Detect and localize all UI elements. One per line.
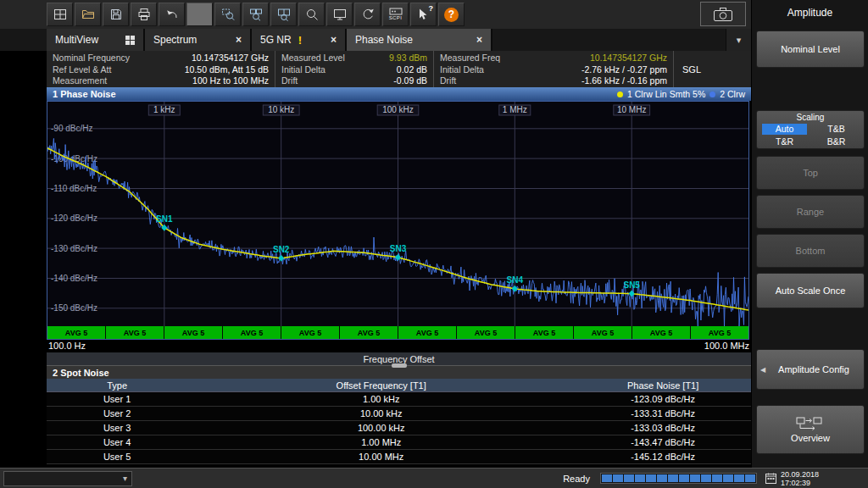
- svg-text:SN5: SN5: [623, 280, 640, 290]
- progress-segment: [635, 474, 645, 482]
- progress-segment: [723, 474, 733, 482]
- scaling-option-auto[interactable]: Auto: [762, 124, 807, 135]
- phase-noise-diagram[interactable]: -90 dBc/Hz-100 dBc/Hz-110 dBc/Hz-120 dBc…: [47, 101, 749, 340]
- info-label: Measured Freq: [440, 53, 500, 63]
- svg-text:SN4: SN4: [507, 275, 524, 285]
- progress-segment: [701, 474, 711, 482]
- print-button[interactable]: [131, 3, 157, 26]
- table-row[interactable]: User 41.00 MHz-143.47 dBc/Hz: [47, 435, 751, 450]
- context-help-button[interactable]: ?: [410, 3, 437, 26]
- trace1-legend-label: 1 Clrw Lin Smth 5%: [627, 89, 705, 99]
- scpi-label: SCPI: [389, 15, 403, 21]
- combo-caret-icon: ▾: [123, 474, 127, 483]
- info-value: -2.76 kHz / -0.27 ppm: [581, 64, 667, 75]
- progress-segment: [602, 474, 612, 482]
- phase-noise-plot[interactable]: -90 dBc/Hz-100 dBc/Hz-110 dBc/Hz-120 dBc…: [47, 102, 748, 326]
- analyzer-screen: SCPI ? ? MultiView Spectrum × 5G NR ! × …: [0, 0, 868, 488]
- table-row[interactable]: User 11.00 kHz-123.09 dBc/Hz: [47, 392, 751, 407]
- svg-text:-90 dBc/Hz: -90 dBc/Hz: [51, 124, 92, 133]
- tab-5g-nr[interactable]: 5G NR ! ×: [252, 29, 347, 51]
- status-ready: Ready: [563, 474, 590, 484]
- single-sweep-badge: SGL: [674, 51, 751, 87]
- amplitude-config-softkey[interactable]: ◀ Amplitude Config: [756, 349, 865, 390]
- avg-bar: AVG 5AVG 5AVG 5AVG 5AVG 5AVG 5AVG 5AVG 5…: [47, 326, 748, 339]
- scaling-option-tr[interactable]: T&R: [762, 136, 807, 147]
- avg-segment: AVG 5: [106, 326, 164, 339]
- table-cell: User 1: [47, 394, 187, 404]
- refresh-button[interactable]: [354, 3, 381, 26]
- info-value: 9.93 dBm: [389, 53, 427, 63]
- svg-text:SN2: SN2: [273, 245, 290, 254]
- range-softkey[interactable]: Range: [756, 195, 865, 229]
- undo-button[interactable]: [159, 3, 185, 26]
- close-tab-icon[interactable]: ×: [331, 34, 337, 46]
- auto-scale-once-softkey[interactable]: Auto Scale Once: [756, 273, 865, 308]
- scpi-recorder-icon: [389, 8, 403, 15]
- table-cell: User 2: [47, 408, 187, 419]
- print-icon: [136, 7, 152, 22]
- info-label: Ref Level & Att: [53, 64, 111, 75]
- info-value: -1.66 kHz / -0.16 ppm: [581, 75, 667, 86]
- multiview-grid-icon: [125, 36, 135, 45]
- avg-segment: AVG 5: [223, 326, 281, 339]
- tab-list-dropdown[interactable]: ▾: [726, 29, 751, 51]
- trace2-legend-label: 2 Clrw: [720, 89, 745, 99]
- help-button[interactable]: ?: [438, 3, 465, 26]
- close-tab-icon[interactable]: ×: [476, 34, 482, 46]
- status-date: 20.09.2018: [781, 470, 819, 479]
- open-file-button[interactable]: [75, 3, 101, 26]
- info-column-nominal: Nominal Frequency10.147354127 GHz Ref Le…: [47, 51, 275, 87]
- x-axis-title-row: Frequency Offset: [47, 352, 751, 365]
- scaling-label: Scaling: [762, 113, 859, 123]
- status-combo[interactable]: ▾: [3, 471, 132, 486]
- column-header-offset-frequency: Offset Frequency [T1]: [187, 380, 575, 391]
- chevron-down-icon: ▾: [737, 35, 742, 46]
- scpi-recorder-button[interactable]: SCPI: [382, 3, 409, 26]
- zoom-multiple-button[interactable]: [242, 3, 269, 26]
- status-time: 17:02:39: [781, 479, 819, 487]
- splitter-handle[interactable]: [392, 363, 407, 368]
- window-title: 2 Spot Noise: [53, 368, 109, 378]
- table-row[interactable]: User 210.00 kHz-133.31 dBc/Hz: [47, 407, 751, 421]
- table-row[interactable]: User 3100.00 kHz-133.03 dBc/Hz: [47, 421, 751, 435]
- help-icon: ?: [444, 8, 459, 22]
- search-button[interactable]: [298, 3, 325, 26]
- table-cell: 1.00 MHz: [187, 437, 575, 447]
- display-frame-button[interactable]: [326, 3, 353, 26]
- screenshot-button[interactable]: [700, 2, 746, 26]
- nominal-level-softkey[interactable]: Nominal Level: [756, 30, 865, 68]
- avg-segment: AVG 5: [47, 326, 105, 339]
- progress-segment: [657, 474, 667, 482]
- scaling-option-br[interactable]: B&R: [814, 136, 859, 147]
- overview-softkey[interactable]: Overview: [756, 405, 865, 454]
- info-label: Drift: [440, 75, 456, 86]
- table-cell: 100.00 kHz: [187, 423, 575, 433]
- info-column-measured-level: Measured Level9.93 dBm Initial Delta0.02…: [275, 51, 434, 87]
- progress-segment: [679, 474, 689, 482]
- info-label: Drift: [281, 75, 298, 86]
- tab-multiview[interactable]: MultiView: [47, 29, 145, 51]
- x-axis-stop-label: 100.0 MHz: [704, 341, 749, 351]
- tab-spectrum[interactable]: Spectrum ×: [145, 29, 252, 51]
- save-button[interactable]: [103, 3, 129, 26]
- top-softkey[interactable]: Top: [756, 156, 865, 190]
- zoom-split-button[interactable]: [270, 3, 297, 26]
- x-axis-start-label: 100.0 Hz: [48, 341, 86, 351]
- tab-label: 5G NR: [260, 34, 292, 46]
- bottom-softkey[interactable]: Bottom: [756, 234, 865, 268]
- scaling-options: Auto T&B T&R B&R: [762, 124, 859, 147]
- toolbar: SCPI ? ?: [0, 0, 751, 29]
- x-axis-title: Frequency Offset: [363, 354, 434, 364]
- svg-text:SN3: SN3: [390, 244, 407, 253]
- svg-text:-140 dBc/Hz: -140 dBc/Hz: [51, 274, 97, 283]
- close-tab-icon[interactable]: ×: [236, 34, 242, 46]
- table-row[interactable]: User 510.00 MHz-145.12 dBc/Hz: [47, 450, 751, 464]
- zoom-area-button[interactable]: [214, 3, 241, 26]
- info-value: 10.50 dBm, Att 15 dB: [185, 64, 269, 75]
- window-layout-button[interactable]: [47, 3, 73, 26]
- scaling-option-tb[interactable]: T&B: [814, 124, 859, 135]
- tab-phase-noise[interactable]: Phase Noise ×: [347, 29, 492, 51]
- zoom-multiple-icon: [248, 7, 264, 22]
- avg-segment: AVG 5: [457, 326, 515, 339]
- redo-button[interactable]: [186, 3, 213, 26]
